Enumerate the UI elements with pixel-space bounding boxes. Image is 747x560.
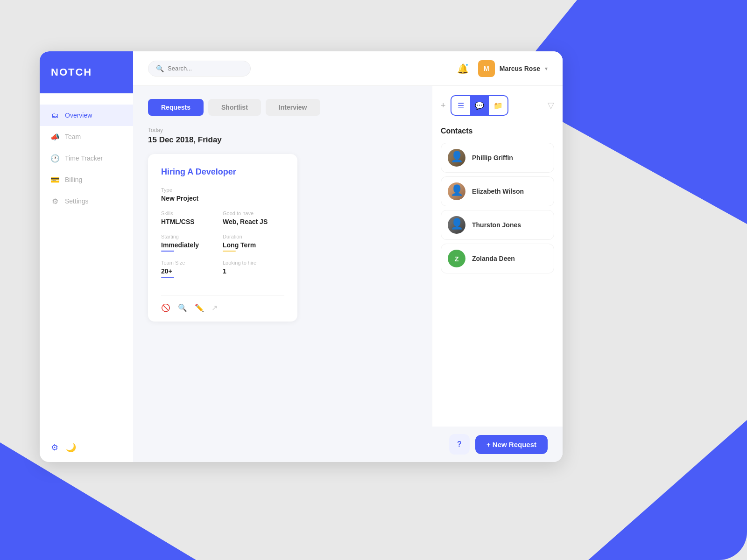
sidebar-item-time-tracker[interactable]: 🕐 Time Tracker xyxy=(40,147,133,169)
sidebar-nav: 🗂 Overview 📣 Team 🕐 Time Tracker 💳 Billi… xyxy=(40,93,133,433)
sidebar-item-label: Overview xyxy=(65,112,92,119)
contact-item-elizabeth-wilson[interactable]: Elizabeth Wilson xyxy=(441,176,554,206)
contact-name-elizabeth-wilson: Elizabeth Wilson xyxy=(472,188,524,195)
starting-label: Starting xyxy=(161,234,223,239)
tab-requests[interactable]: Requests xyxy=(148,99,204,116)
view-toggle-group: ☰ 💬 📁 xyxy=(451,95,508,116)
team-size-label: Team Size xyxy=(161,260,223,266)
time-tracker-icon: 🕐 xyxy=(51,154,59,162)
sidebar-item-billing[interactable]: 💳 Billing xyxy=(40,169,133,190)
user-profile[interactable]: M Marcus Rose ▾ xyxy=(478,60,548,77)
card-fields: Type New Project Skills HTML/CSS Good to… xyxy=(161,187,284,286)
notification-dot xyxy=(465,63,469,67)
header: 🔍 🔔 M Marcus Rose ▾ xyxy=(133,51,563,86)
sidebar-item-label: Settings xyxy=(65,197,89,205)
tab-navigation: RequestsShortlistInterview xyxy=(148,99,417,116)
duration-field: Duration Long Term xyxy=(223,234,284,252)
sidebar-item-label: Time Tracker xyxy=(65,154,103,162)
sidebar-footer: ⚙ 🌙 xyxy=(40,433,133,462)
theme-toggle-icon[interactable]: 🌙 xyxy=(66,442,76,453)
new-request-button[interactable]: + New Request xyxy=(475,435,548,454)
bg-decoration-bottom-right xyxy=(588,420,747,560)
billing-icon: 💳 xyxy=(51,175,59,184)
view-toggle-chat[interactable]: 💬 xyxy=(470,96,489,115)
sidebar-item-label: Billing xyxy=(65,176,82,183)
search-bar[interactable]: 🔍 xyxy=(148,61,251,77)
looking-to-hire-field: Looking to hire 1 xyxy=(223,260,284,278)
contact-item-phillip-griffin[interactable]: Phillip Griffin xyxy=(441,143,554,173)
user-avatar: M xyxy=(478,60,495,77)
search-icon: 🔍 xyxy=(156,65,164,72)
sidebar: NOTCH 🗂 Overview 📣 Team 🕐 Time Tracker 💳… xyxy=(40,51,133,462)
block-action-icon[interactable]: 🚫 xyxy=(161,303,170,312)
overview-icon: 🗂 xyxy=(51,111,59,119)
team-size-value: 20+ xyxy=(161,267,223,275)
contact-avatar-thurston-jones xyxy=(448,216,465,234)
contact-name-zolanda-deen: Zolanda Deen xyxy=(472,255,515,262)
share-action-icon[interactable]: ↗ xyxy=(211,303,218,312)
good-to-have-field: Good to have Web, React JS xyxy=(223,210,284,225)
sidebar-item-label: Team xyxy=(65,133,81,140)
card-actions: 🚫 🔍 ✏️ ↗ xyxy=(161,295,284,312)
view-toggle-folder[interactable]: 📁 xyxy=(489,96,507,115)
type-value: New Project xyxy=(161,195,284,202)
contact-item-zolanda-deen[interactable]: Z Zolanda Deen xyxy=(441,244,554,273)
date-label: Today xyxy=(148,127,417,133)
header-right: 🔔 M Marcus Rose ▾ xyxy=(457,60,548,77)
card-title: Hiring A Developer xyxy=(161,167,284,177)
main-content: 🔍 🔔 M Marcus Rose ▾ xyxy=(133,51,563,462)
notification-button[interactable]: 🔔 xyxy=(457,63,469,74)
bottom-bar: ? + New Request xyxy=(133,427,563,462)
duration-label: Duration xyxy=(223,234,284,239)
app-container: NOTCH 🗂 Overview 📣 Team 🕐 Time Tracker 💳… xyxy=(40,51,563,462)
good-to-have-value: Web, React JS xyxy=(223,218,284,225)
skills-field: Skills HTML/CSS xyxy=(161,210,223,225)
skills-label: Skills xyxy=(161,210,223,216)
duration-underline xyxy=(223,251,236,252)
request-card: Hiring A Developer Type New Project Skil… xyxy=(148,154,297,322)
sidebar-item-overview[interactable]: 🗂 Overview xyxy=(40,105,133,126)
contact-avatar-zolanda-deen: Z xyxy=(448,250,465,267)
looking-to-hire-label: Looking to hire xyxy=(223,260,284,266)
app-logo: NOTCH xyxy=(40,51,133,93)
date-value: 15 Dec 2018, Friday xyxy=(148,135,417,145)
starting-underline xyxy=(161,251,174,252)
good-to-have-label: Good to have xyxy=(223,210,284,216)
type-field: Type New Project xyxy=(161,187,284,202)
team-size-field: Team Size 20+ xyxy=(161,260,223,278)
type-label: Type xyxy=(161,187,284,193)
contact-name-phillip-griffin: Phillip Griffin xyxy=(472,154,513,161)
edit-action-icon[interactable]: ✏️ xyxy=(195,303,204,312)
center-panel: RequestsShortlistInterview Today 15 Dec … xyxy=(133,86,432,427)
contacts-title: Contacts xyxy=(441,127,554,135)
tab-interview[interactable]: Interview xyxy=(266,99,320,116)
contact-avatar-elizabeth-wilson xyxy=(448,182,465,200)
view-controls: + ☰ 💬 📁 ▽ xyxy=(441,95,554,116)
skills-value: HTML/CSS xyxy=(161,218,223,225)
contact-name-thurston-jones: Thurston Jones xyxy=(472,221,521,229)
right-panel: + ☰ 💬 📁 ▽ Contacts Phillip Griffin Eliza… xyxy=(432,86,563,427)
sidebar-item-settings[interactable]: ⚙ Settings xyxy=(40,190,133,212)
settings-icon: ⚙ xyxy=(51,197,59,205)
date-header: Today 15 Dec 2018, Friday xyxy=(148,127,417,145)
starting-field: Starting Immediately xyxy=(161,234,223,252)
contact-item-thurston-jones[interactable]: Thurston Jones xyxy=(441,210,554,240)
duration-value: Long Term xyxy=(223,241,284,249)
chevron-down-icon: ▾ xyxy=(545,65,548,72)
sidebar-item-team[interactable]: 📣 Team xyxy=(40,126,133,147)
content-area: RequestsShortlistInterview Today 15 Dec … xyxy=(133,86,563,427)
starting-value: Immediately xyxy=(161,241,223,249)
view-toggle-list[interactable]: ☰ xyxy=(451,96,470,115)
search-action-icon[interactable]: 🔍 xyxy=(178,303,187,312)
add-contact-button[interactable]: + xyxy=(441,101,446,111)
search-input[interactable] xyxy=(168,65,242,72)
looking-to-hire-value: 1 xyxy=(223,267,284,275)
team-size-underline xyxy=(161,277,174,278)
user-name: Marcus Rose xyxy=(500,65,540,72)
help-button[interactable]: ? xyxy=(449,434,470,455)
filter-button[interactable]: ▽ xyxy=(548,100,554,111)
contact-avatar-phillip-griffin xyxy=(448,149,465,167)
team-icon: 📣 xyxy=(51,133,59,141)
settings-footer-icon[interactable]: ⚙ xyxy=(51,442,58,453)
tab-shortlist[interactable]: Shortlist xyxy=(208,99,261,116)
